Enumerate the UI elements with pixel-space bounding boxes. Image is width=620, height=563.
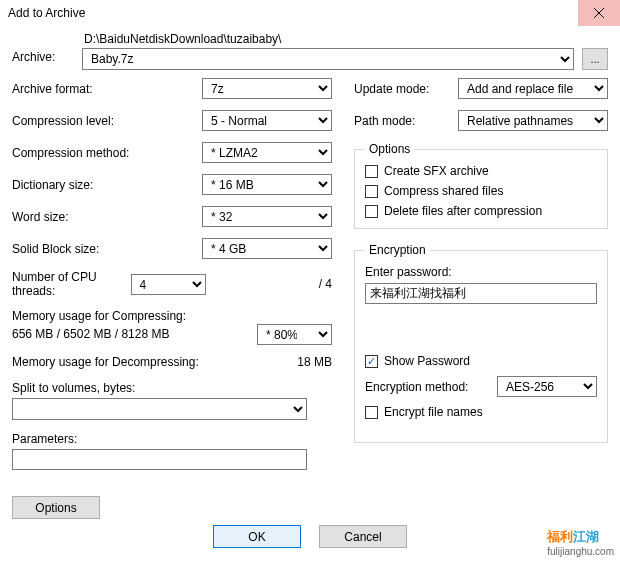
password-label: Enter password: [365,265,597,279]
solid-block-size-select[interactable]: * 4 GB [202,238,332,259]
options-legend: Options [365,142,414,156]
compression-method-label: Compression method: [12,146,202,160]
encrypt-filenames-checkbox[interactable] [365,406,378,419]
path-mode-label: Path mode: [354,114,415,128]
sfx-checkbox[interactable] [365,165,378,178]
window-close-button[interactable] [578,0,620,26]
window-titlebar: Add to Archive [0,0,620,26]
encryption-legend: Encryption [365,243,430,257]
options-group: Options Create SFX archive Compress shar… [354,142,608,229]
path-mode-select[interactable]: Relative pathnames [458,110,608,131]
watermark: 福利江湖 fulijianghu.com [547,528,614,557]
mem-decompress-value: 18 MB [280,355,332,369]
cpu-threads-select[interactable]: 4 [131,274,206,295]
archive-path-text: D:\BaiduNetdiskDownload\tuzaibaby\ [82,32,608,46]
dictionary-size-select[interactable]: * 16 MB [202,174,332,195]
archive-label: Archive: [12,32,82,64]
cancel-button[interactable]: Cancel [319,525,407,548]
word-size-select[interactable]: * 32 [202,206,332,227]
mem-compress-label: Memory usage for Compressing: [12,309,186,324]
compress-shared-checkbox[interactable] [365,185,378,198]
mem-compress-value: 656 MB / 6502 MB / 8128 MB [12,327,257,342]
parameters-input[interactable] [12,449,307,470]
cpu-threads-label: Number of CPU threads: [12,270,131,298]
encrypt-filenames-label: Encrypt file names [384,405,483,419]
close-icon [594,8,604,18]
mem-compress-pct-select[interactable]: * 80% [257,324,332,345]
options-button[interactable]: Options [12,496,100,519]
split-volumes-label: Split to volumes, bytes: [12,381,332,395]
word-size-label: Word size: [12,210,202,224]
update-mode-label: Update mode: [354,82,429,96]
solid-block-size-label: Solid Block size: [12,242,202,256]
show-password-label: Show Password [384,354,470,368]
archive-format-select[interactable]: 7z [202,78,332,99]
window-title: Add to Archive [8,6,85,20]
archive-format-label: Archive format: [12,82,202,96]
encryption-method-label: Encryption method: [365,380,487,394]
delete-after-label: Delete files after compression [384,204,542,218]
compression-level-label: Compression level: [12,114,202,128]
encryption-group: Encryption Enter password: Show Password… [354,243,608,443]
encryption-method-select[interactable]: AES-256 [497,376,597,397]
cpu-threads-max: / 4 [214,277,333,291]
archive-file-select[interactable]: Baby.7z [82,48,574,70]
show-password-checkbox[interactable] [365,355,378,368]
sfx-label: Create SFX archive [384,164,489,178]
parameters-label: Parameters: [12,432,332,446]
split-volumes-select[interactable] [12,398,307,420]
dictionary-size-label: Dictionary size: [12,178,202,192]
update-mode-select[interactable]: Add and replace files [458,78,608,99]
browse-button[interactable]: ... [582,48,608,70]
compress-shared-label: Compress shared files [384,184,503,198]
delete-after-checkbox[interactable] [365,205,378,218]
password-input[interactable] [365,283,597,304]
ok-button[interactable]: OK [213,525,301,548]
compression-method-select[interactable]: * LZMA2 [202,142,332,163]
compression-level-select[interactable]: 5 - Normal [202,110,332,131]
mem-decompress-label: Memory usage for Decompressing: [12,355,280,369]
